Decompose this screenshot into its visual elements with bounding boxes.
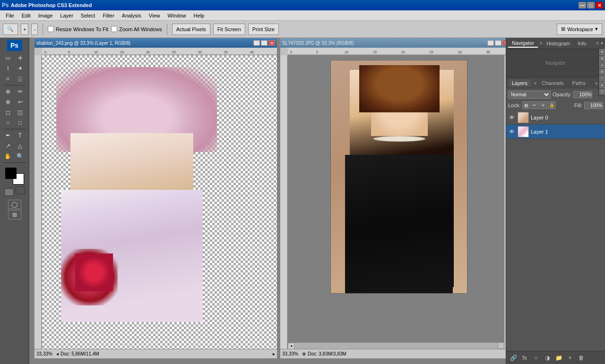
- gradient-tool[interactable]: ◫: [14, 107, 26, 118]
- doc1-close-btn[interactable]: ✕: [268, 40, 275, 46]
- new-group-btn[interactable]: 📁: [554, 354, 563, 362]
- panel-options-btn[interactable]: ≡: [596, 41, 599, 46]
- zoom-tool-btn[interactable]: 🔍: [3, 24, 18, 35]
- frame-tool[interactable]: ⊞: [8, 210, 21, 220]
- info-tab[interactable]: Info: [574, 40, 590, 47]
- screen-mode-btn[interactable]: [16, 186, 25, 194]
- hand-tool[interactable]: ✋: [2, 151, 14, 161]
- doc1-titlebar[interactable]: shablon_243.png @ 33,3% (Layer 1, RGB/8)…: [35, 38, 277, 48]
- layers-panel-options[interactable]: ≡: [595, 81, 598, 86]
- dodge-tool[interactable]: ○: [2, 118, 14, 128]
- resize-windows-input[interactable]: [48, 26, 54, 32]
- layers-tab[interactable]: Layers: [508, 79, 531, 87]
- lock-move-btn[interactable]: ✛: [539, 102, 547, 109]
- clone-tool[interactable]: ⊗: [2, 97, 14, 107]
- menu-select[interactable]: Select: [77, 12, 99, 19]
- doc1-canvas[interactable]: [42, 55, 277, 349]
- menu-help[interactable]: Help: [190, 12, 208, 19]
- healing-tool[interactable]: ⊕: [2, 86, 14, 97]
- doc2-nav-icon[interactable]: ⊕: [302, 351, 306, 356]
- doc2-maximize-btn[interactable]: □: [495, 40, 501, 46]
- history-brush-tool[interactable]: ↩: [14, 97, 26, 107]
- title-bar-controls[interactable]: — □ ✕: [579, 2, 603, 8]
- menu-analysis[interactable]: Analysis: [118, 12, 145, 19]
- mini-btn-3[interactable]: ≡: [599, 62, 605, 68]
- menu-edit[interactable]: Edit: [18, 12, 35, 19]
- scroll-left-btn[interactable]: ◂: [288, 343, 294, 349]
- layer-0-visibility-toggle[interactable]: 👁: [508, 114, 516, 121]
- layer-1-visibility-toggle[interactable]: 👁: [508, 128, 516, 135]
- zoom-all-input[interactable]: [111, 26, 117, 32]
- brush-tool[interactable]: ✏: [14, 86, 26, 97]
- new-layer-btn[interactable]: +: [566, 354, 574, 362]
- lasso-tool[interactable]: ⌇: [2, 63, 14, 74]
- app-close-button[interactable]: ✕: [596, 2, 603, 8]
- crop-tool[interactable]: ⌗: [2, 74, 14, 84]
- mini-btn-6[interactable]: A: [599, 82, 605, 88]
- zoom-in-btn[interactable]: +: [21, 24, 28, 35]
- workspace-btn[interactable]: ⊞ Workspace ▾: [557, 24, 602, 35]
- mini-btn-5[interactable]: T: [599, 76, 605, 81]
- doc1-minimize-btn[interactable]: —: [253, 40, 260, 46]
- blend-mode-select[interactable]: Normal Multiply Screen Overlay: [508, 91, 551, 99]
- lock-all-btn[interactable]: 🔒: [548, 102, 555, 109]
- fit-screen-btn[interactable]: Fit Screen: [213, 24, 245, 35]
- magic-wand-tool[interactable]: ✦: [14, 63, 26, 74]
- marquee-tool[interactable]: ▭: [2, 53, 14, 63]
- app-minimize-button[interactable]: —: [579, 2, 586, 8]
- pen-tool[interactable]: ✒: [2, 130, 14, 141]
- navigator-tab-close[interactable]: ✕: [539, 41, 543, 46]
- doc1-window-buttons[interactable]: — □ ✕: [253, 40, 275, 46]
- doc2-close-btn[interactable]: ✕: [502, 40, 506, 46]
- ellipse-tool[interactable]: ◯: [8, 200, 21, 209]
- histogram-tab[interactable]: Histogram: [543, 40, 574, 47]
- doc1-nav-left[interactable]: ◂: [56, 351, 59, 356]
- add-mask-btn[interactable]: ○: [532, 354, 540, 362]
- zoom-all-checkbox[interactable]: Zoom All Windows: [111, 26, 162, 32]
- layer-item-1[interactable]: 👁 Layer 1: [506, 125, 605, 139]
- mini-btn-4[interactable]: ⊞: [599, 69, 605, 75]
- doc1-maximize-btn[interactable]: □: [261, 40, 268, 46]
- doc1-nav-right[interactable]: ▸: [273, 351, 275, 356]
- app-maximize-button[interactable]: □: [587, 2, 595, 8]
- eraser-tool[interactable]: ◻: [2, 107, 14, 118]
- color-swatches[interactable]: [5, 168, 24, 185]
- path-select-tool[interactable]: ↗: [2, 141, 14, 151]
- zoom-out-btn[interactable]: -: [31, 24, 38, 35]
- delete-layer-btn[interactable]: 🗑: [577, 354, 586, 362]
- foreground-color-swatch[interactable]: [5, 168, 17, 179]
- menu-window[interactable]: Window: [164, 12, 190, 19]
- slice-tool[interactable]: ⌺: [14, 74, 26, 84]
- h-scroll-track[interactable]: [294, 343, 498, 349]
- doc2-minimize-btn[interactable]: —: [487, 40, 494, 46]
- move-tool[interactable]: ✛: [14, 53, 26, 63]
- mini-btn-2[interactable]: ⊗: [599, 56, 605, 61]
- panel-collapse-btn[interactable]: ▾: [601, 41, 603, 46]
- doc2-titlebar[interactable]: SL747020.JPG @ 33,3% (RGB/8) — □ ✕: [280, 38, 506, 48]
- navigator-tab[interactable]: Navigator: [508, 39, 538, 48]
- menu-layer[interactable]: Layer: [56, 12, 77, 19]
- quick-mask-btn[interactable]: [4, 188, 14, 196]
- resize-windows-checkbox[interactable]: Resize Windows To Fit: [48, 26, 108, 32]
- menu-view[interactable]: View: [145, 12, 164, 19]
- shape-select-tool[interactable]: △: [14, 141, 26, 151]
- actual-pixels-btn[interactable]: Actual Pixels: [172, 24, 210, 35]
- type-tool[interactable]: T: [14, 130, 26, 141]
- paths-tab[interactable]: Paths: [569, 79, 589, 87]
- menu-image[interactable]: Image: [35, 12, 57, 19]
- zoom-tool[interactable]: 🔍: [14, 151, 26, 161]
- doc2-window-buttons[interactable]: — □ ✕: [487, 40, 506, 46]
- link-layers-btn[interactable]: 🔗: [509, 354, 518, 362]
- doc2-canvas[interactable]: [288, 55, 504, 342]
- mini-btn-7[interactable]: ⊡: [599, 89, 605, 94]
- layer-item-0[interactable]: 👁 Layer 0: [506, 110, 605, 125]
- menu-file[interactable]: File: [2, 12, 18, 19]
- lock-transparent-btn[interactable]: ▦: [522, 102, 530, 109]
- new-fill-layer-btn[interactable]: ◑: [543, 354, 552, 362]
- add-style-btn[interactable]: fx: [520, 354, 529, 362]
- shape-tool[interactable]: □: [14, 118, 26, 128]
- fill-input[interactable]: [584, 102, 603, 109]
- opacity-input[interactable]: [573, 91, 592, 98]
- layers-tab-close[interactable]: ✕: [533, 81, 537, 86]
- doc2-hscroll[interactable]: ◂ ▸: [288, 342, 504, 349]
